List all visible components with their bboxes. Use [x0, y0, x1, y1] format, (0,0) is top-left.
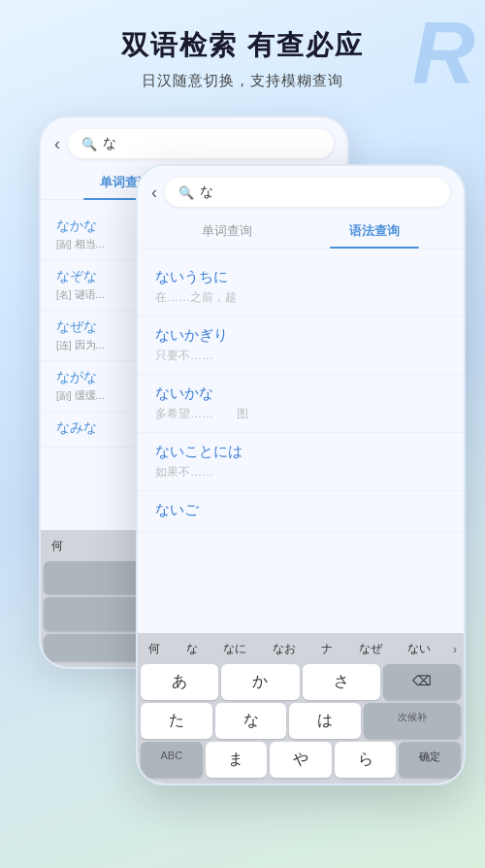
kana-na-front[interactable]: な [182, 639, 202, 659]
search-icon-front: 🔍 [178, 185, 194, 200]
front-search-query: な [200, 184, 213, 201]
list-item[interactable]: ないかな 多希望…… 图 [138, 375, 464, 433]
chevron-right-icon[interactable]: › [453, 643, 457, 656]
list-item[interactable]: ないご [138, 491, 464, 533]
front-key-rows: あ か さ ⌫ た な は 次候补 ABC ま や [141, 664, 461, 778]
front-results-list: ないうちに 在……之前，趁 ないかぎり 只要不…… ないかな 多希望…… 图 な… [138, 254, 464, 633]
kana-naze[interactable]: なぜ [355, 639, 386, 659]
grammar-word: ないご [155, 501, 446, 519]
front-search-input[interactable]: 🔍 な [165, 178, 450, 207]
key-row-3: ABC ま や ら 确定 [141, 742, 461, 778]
list-item[interactable]: ないかぎり 只要不…… [138, 317, 464, 375]
grammar-desc: 多希望…… 图 [155, 406, 446, 422]
phones-container: ‹ 🔍 な 单词查询 语法查询 なかな [副] 相当... なぞな [名 [10, 106, 475, 766]
key-next-candidate[interactable]: 次候补 [364, 703, 461, 739]
grammar-desc: 如果不…… [155, 464, 446, 481]
kana-nani-front[interactable]: 何 [145, 639, 164, 659]
search-icon-back: 🔍 [81, 137, 97, 151]
key-a[interactable]: あ [141, 664, 218, 700]
tab-word-front[interactable]: 单词查询 [153, 215, 301, 248]
front-search-bar: ‹ 🔍 な [138, 166, 464, 215]
kana-suggestion-bar: 何 な なに なお ナ なぜ ない › [141, 637, 461, 661]
list-item[interactable]: ないうちに 在……之前，趁 [138, 258, 464, 317]
key-ha[interactable]: は [289, 703, 361, 739]
key-na[interactable]: な [215, 703, 287, 739]
r-logo: R [412, 10, 475, 97]
front-keyboard: 何 な なに なお ナ なぜ ない › あ か さ ⌫ [138, 633, 464, 784]
tab-grammar-front[interactable]: 语法查询 [301, 215, 448, 248]
back-search-query: な [103, 135, 116, 152]
grammar-word: ないことには [155, 443, 446, 461]
back-button-front[interactable]: ‹ [151, 183, 157, 203]
kana-nao[interactable]: なお [269, 639, 300, 659]
kana-NA[interactable]: ナ [317, 639, 337, 659]
back-search-input[interactable]: 🔍 な [68, 129, 334, 158]
grammar-word: ないかな [155, 384, 446, 403]
key-confirm[interactable]: 确定 [399, 742, 461, 778]
kana-nai[interactable]: ない [404, 639, 435, 659]
grammar-desc: 只要不…… [155, 348, 446, 364]
grammar-desc: 在……之前，趁 [155, 289, 446, 306]
key-ra[interactable]: ら [335, 742, 397, 778]
key-sa[interactable]: さ [303, 664, 380, 700]
key-ya[interactable]: や [270, 742, 332, 778]
key-abc-front[interactable]: ABC [141, 742, 203, 778]
header-title: 双语检索 有查必应 [19, 27, 466, 64]
list-item[interactable]: ないことには 如果不…… [138, 433, 464, 491]
key-ma[interactable]: ま [206, 742, 268, 778]
grammar-word: ないかぎり [155, 326, 446, 345]
kana-nani2[interactable]: なに [219, 639, 250, 659]
key-delete[interactable]: ⌫ [383, 664, 461, 700]
key-ta[interactable]: た [141, 703, 212, 739]
front-tabs: 单词查询 语法查询 [138, 215, 464, 249]
key-ka[interactable]: か [221, 664, 299, 700]
back-button-back[interactable]: ‹ [54, 134, 60, 154]
kana-nani[interactable]: 何 [48, 536, 67, 556]
key-row-2: た な は 次候补 [141, 703, 461, 739]
grammar-word: ないうちに [155, 268, 446, 286]
back-search-bar: ‹ 🔍 な [41, 117, 347, 166]
key-row-1: あ か さ ⌫ [141, 664, 461, 700]
phone-front: ‹ 🔍 な 单词查询 语法查询 ないうちに 在……之前，趁 ないかぎり [136, 164, 466, 785]
header-subtitle: 日汉随意切换，支持模糊查询 [19, 72, 466, 90]
